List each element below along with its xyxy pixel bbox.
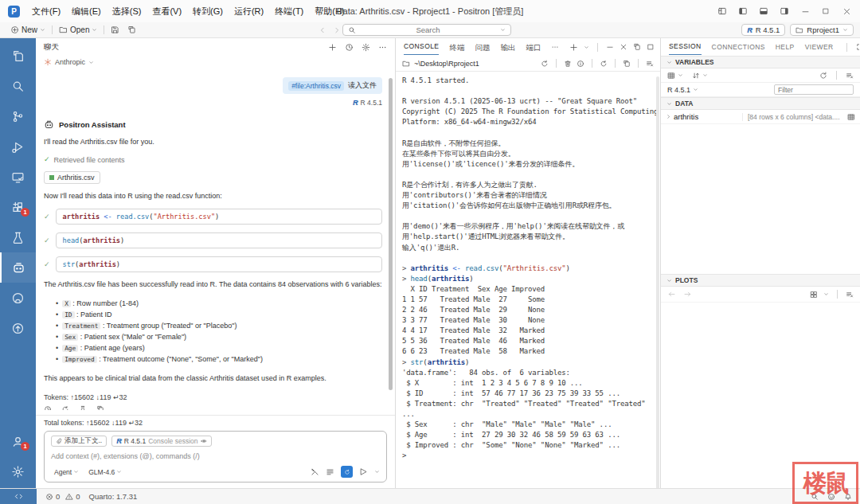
menu-item-0[interactable]: 文件(F) xyxy=(26,0,66,22)
activitybar-source-control[interactable] xyxy=(0,101,36,131)
chat-settings-icon[interactable] xyxy=(362,43,370,52)
data-row[interactable]: arthritis[84 rows x 6 columns] <data.... xyxy=(661,110,860,124)
retry-icon[interactable] xyxy=(61,405,69,410)
variables-filter-input[interactable] xyxy=(774,84,854,95)
new-console-icon[interactable] xyxy=(569,43,578,52)
mode-selector[interactable]: Agent xyxy=(51,468,82,476)
model-selector[interactable]: GLM-4.6 xyxy=(85,468,125,476)
code-block[interactable]: arthritis <- read.csv("Arthritis.csv") xyxy=(56,209,382,225)
tab-session[interactable]: SESSION xyxy=(669,39,702,55)
auto-approve-button[interactable] xyxy=(341,466,353,478)
code-block[interactable]: str(arthritis) xyxy=(56,256,382,272)
tab-viewer[interactable]: VIEWER xyxy=(805,40,834,55)
problems-status[interactable]: 0 0 xyxy=(45,492,80,501)
info-icon[interactable] xyxy=(577,60,584,68)
activitybar-files[interactable] xyxy=(0,41,36,71)
new-console-options-icon[interactable] xyxy=(584,45,589,50)
variables-section-header[interactable]: VARIABLES xyxy=(661,56,860,68)
maximize-panel-icon[interactable] xyxy=(647,43,655,51)
send-options-icon[interactable] xyxy=(374,469,380,475)
tab-console[interactable]: CONSOLE xyxy=(404,39,439,55)
tab-输出[interactable]: 输出 xyxy=(500,40,515,55)
activitybar-account[interactable]: 1 xyxy=(0,426,36,456)
previous-plot-icon[interactable] xyxy=(667,290,676,299)
activitybar-devices[interactable] xyxy=(0,162,36,192)
plots-section-header[interactable]: PLOTS xyxy=(661,274,860,287)
activitybar-assistant[interactable] xyxy=(0,252,36,283)
menu-item-2[interactable]: 选择(S) xyxy=(107,0,147,22)
sort-options-icon[interactable] xyxy=(702,72,708,78)
clear-console-icon[interactable] xyxy=(646,60,654,68)
expand-panel-icon[interactable] xyxy=(856,43,860,51)
tab-端口[interactable]: 端口 xyxy=(526,40,541,55)
activitybar-run-debug[interactable] xyxy=(0,131,36,162)
next-plot-icon[interactable] xyxy=(683,290,692,299)
new-chat-icon[interactable] xyxy=(328,43,337,52)
file-chip[interactable]: Arthritis.csv xyxy=(44,171,100,184)
customize-layout-button[interactable] xyxy=(712,1,733,21)
restart-session-icon[interactable] xyxy=(541,60,549,68)
clear-plots-icon[interactable] xyxy=(846,291,854,299)
menu-item-4[interactable]: 转到(G) xyxy=(187,0,229,22)
tabs-more-icon[interactable] xyxy=(551,43,559,51)
search-input[interactable] xyxy=(359,25,497,34)
tab-help[interactable]: HELP xyxy=(776,40,795,55)
menu-item-3[interactable]: 查看(V) xyxy=(147,0,187,22)
activitybar-publish[interactable] xyxy=(0,313,36,343)
send-icon[interactable] xyxy=(359,467,368,476)
save-button[interactable] xyxy=(107,22,123,37)
chat-input-placeholder[interactable]: Add context (#), extensions (@), command… xyxy=(51,452,380,460)
activitybar-github[interactable] xyxy=(0,283,36,313)
clear-variables-icon[interactable] xyxy=(846,72,854,80)
chat-input-box[interactable]: 添加上下文.. R R 4.5.1 Console session Add co… xyxy=(44,431,387,483)
tab-connections[interactable]: CONNECTIONS xyxy=(712,40,765,55)
chat-more-icon[interactable] xyxy=(378,43,387,52)
working-directory[interactable]: ~\Desktop\Rproject1 xyxy=(414,60,479,68)
rules-icon[interactable] xyxy=(326,467,334,476)
plot-layout-options-icon[interactable] xyxy=(823,291,829,297)
interrupt-icon[interactable] xyxy=(600,60,608,68)
refresh-variables-icon[interactable] xyxy=(819,72,827,80)
restore-panel-icon[interactable] xyxy=(633,43,641,51)
toggle-sidebar-button[interactable] xyxy=(733,1,753,21)
open-button[interactable]: Open xyxy=(55,22,101,37)
activitybar-settings[interactable] xyxy=(0,456,36,486)
toggle-secondary-sidebar-button[interactable] xyxy=(774,1,795,21)
new-button[interactable]: New xyxy=(6,22,49,37)
menu-item-5[interactable]: 运行(R) xyxy=(229,0,269,22)
open-data-viewer-icon[interactable] xyxy=(847,113,855,121)
data-section-header[interactable]: DATA xyxy=(661,97,860,110)
add-context-chip[interactable]: 添加上下文.. xyxy=(51,436,107,447)
activitybar-search[interactable] xyxy=(0,71,36,101)
code-block[interactable]: head(arthritis) xyxy=(56,232,382,248)
sort-icon[interactable] xyxy=(692,72,700,80)
group-icon[interactable] xyxy=(667,72,675,80)
trash-icon[interactable] xyxy=(564,60,572,68)
duplicate-session-icon[interactable] xyxy=(623,60,631,68)
save-all-button[interactable] xyxy=(123,22,140,37)
runtime-selector[interactable]: R 4.5.1 xyxy=(667,86,690,94)
menu-item-6[interactable]: 终端(T) xyxy=(269,0,309,22)
provider-selector[interactable]: Anthropic xyxy=(36,56,395,68)
tab-问题[interactable]: 问题 xyxy=(475,40,490,55)
plot-layout-icon[interactable] xyxy=(810,291,818,299)
group-options-icon[interactable] xyxy=(678,72,683,78)
back-icon[interactable] xyxy=(319,26,326,34)
retrieved-status[interactable]: ✓ Retrieved file contents xyxy=(44,156,382,164)
close-button[interactable] xyxy=(836,1,857,21)
tab-终端[interactable]: 终端 xyxy=(449,40,464,55)
global-search[interactable] xyxy=(342,24,511,36)
toggle-panel-button[interactable] xyxy=(753,1,774,21)
activitybar-testing[interactable] xyxy=(0,222,36,252)
forward-icon[interactable] xyxy=(333,26,341,34)
session-context-chip[interactable]: R R 4.5.1 Console session xyxy=(111,436,211,447)
flask-icon[interactable] xyxy=(79,405,87,410)
remote-indicator[interactable] xyxy=(0,489,37,504)
minimize-panel-icon[interactable] xyxy=(606,43,614,51)
menu-item-1[interactable]: 编辑(E) xyxy=(66,0,107,22)
maximize-button[interactable] xyxy=(815,1,836,21)
quarto-version[interactable]: Quarto: 1.7.31 xyxy=(89,492,138,501)
thumbs-icon[interactable] xyxy=(44,405,52,410)
console-output[interactable]: R 4.5.1 started. R version 4.5.1 (2025-0… xyxy=(396,72,660,488)
interpreter-button[interactable]: R R 4.5.1 xyxy=(741,24,785,36)
